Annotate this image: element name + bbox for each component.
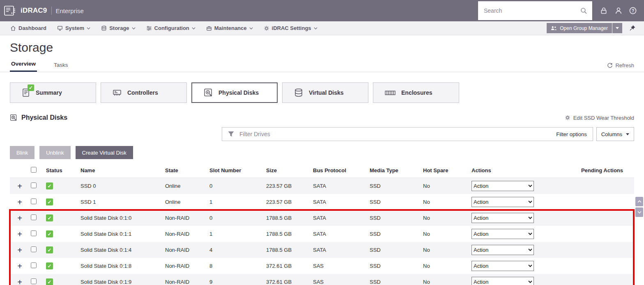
disk-bus-protocol: SAS — [308, 279, 365, 285]
expand-row-button[interactable]: + — [14, 278, 22, 285]
expand-row-button[interactable]: + — [14, 214, 22, 222]
col-state: State — [160, 167, 205, 173]
disk-size: 223.57 GB — [261, 199, 308, 205]
user-icon[interactable] — [615, 7, 622, 14]
table-row: + ✓ SSD 0 Online 0 223.57 GB SATA SSD No… — [10, 178, 634, 194]
disk-state: Non-RAID — [160, 247, 205, 253]
row-action-select[interactable]: Action — [472, 229, 534, 239]
row-checkbox[interactable] — [31, 214, 37, 220]
card-virtual-disks[interactable]: Virtual Disks — [282, 82, 368, 103]
storage-icon — [101, 25, 107, 31]
brand-edition: Enterprise — [56, 7, 84, 14]
gear-icon — [565, 115, 570, 121]
search-input[interactable] — [483, 7, 580, 14]
disk-media-type: SSD — [365, 183, 418, 189]
card-physical-disks[interactable]: Physical Disks — [191, 82, 278, 103]
filter-drives-input[interactable] — [239, 130, 552, 138]
table-header-row: Status Name State Slot Number Size Bus P… — [10, 163, 634, 178]
tab-tasks[interactable]: Tasks — [53, 62, 69, 72]
disk-bus-protocol: SATA — [308, 231, 365, 237]
open-group-manager-caret[interactable] — [612, 23, 622, 33]
disk-slot: 8 — [205, 263, 261, 269]
row-checkbox[interactable] — [31, 182, 37, 188]
chevron-down-icon — [132, 27, 136, 30]
caret-down-icon — [616, 27, 619, 29]
scroll-up-button[interactable] — [635, 197, 643, 206]
filter-row: Filter options Columns — [10, 127, 634, 141]
nav-item-storage[interactable]: Storage — [101, 25, 135, 31]
funnel-icon — [228, 131, 234, 137]
disk-name: Solid State Disk 0:1:1 — [76, 231, 160, 237]
nav-item-maintenance[interactable]: Maintenance — [206, 25, 253, 31]
nav-item-system[interactable]: System — [57, 25, 90, 31]
refresh-button[interactable]: Refresh — [607, 62, 634, 72]
expand-row-button[interactable]: + — [14, 230, 22, 238]
disk-name: Solid State Disk 0:1:4 — [76, 247, 160, 253]
top-bar: iDRAC9 Enterprise ? — [0, 0, 644, 21]
status-ok-icon: ✓ — [46, 198, 53, 205]
row-action-select[interactable]: Action — [472, 213, 534, 223]
section-title: Physical Disks — [21, 114, 67, 121]
lock-icon[interactable] — [600, 7, 607, 14]
row-action-select[interactable]: Action — [472, 197, 534, 207]
card-summary[interactable]: ✓ Summary — [10, 82, 96, 103]
scroll-down-button[interactable] — [635, 207, 643, 217]
row-checkbox[interactable] — [31, 278, 37, 284]
row-checkbox[interactable] — [31, 198, 37, 204]
col-name: Name — [76, 167, 160, 173]
row-action-select[interactable]: Action — [472, 261, 534, 271]
nav-item-idrac-settings[interactable]: iDRAC Settings — [264, 25, 317, 31]
nav-right-group: Open Group Manager — [547, 23, 639, 33]
disk-hot-spare: No — [418, 215, 467, 221]
nav-item-dashboard[interactable]: Dashboard — [10, 25, 46, 31]
create-virtual-disk-button[interactable]: Create Virtual Disk — [76, 146, 133, 159]
global-search — [478, 1, 592, 20]
row-checkbox[interactable] — [31, 230, 37, 236]
col-actions: Actions — [467, 167, 570, 173]
tab-overview[interactable]: Overview — [10, 61, 37, 72]
pin-icon[interactable] — [629, 25, 636, 32]
col-status: Status — [41, 167, 76, 173]
status-ok-icon: ✓ — [46, 230, 53, 237]
table-row: + ✓ Solid State Disk 0:1:1 Non-RAID 1 17… — [10, 226, 634, 242]
storage-subsection-cards: ✓ Summary Controllers Physical Disks Vir… — [10, 82, 634, 103]
row-checkbox[interactable] — [31, 246, 37, 252]
disk-hot-spare: No — [418, 199, 467, 205]
topbar-icon-group: ? — [592, 1, 644, 20]
card-enclosures[interactable]: Enclosures — [373, 82, 459, 103]
blink-button[interactable]: Blink — [10, 146, 34, 159]
open-group-manager-button[interactable]: Open Group Manager — [547, 23, 612, 33]
disk-bus-protocol: SATA — [308, 247, 365, 253]
edit-ssd-wear-threshold-link[interactable]: Edit SSD Wear Threshold — [565, 115, 634, 121]
row-action-select[interactable]: Action — [472, 245, 534, 255]
select-all-checkbox[interactable] — [31, 167, 37, 173]
expand-row-button[interactable]: + — [14, 246, 22, 254]
unblink-button[interactable]: Unblink — [39, 146, 70, 159]
disk-state: Non-RAID — [160, 279, 205, 285]
expand-row-button[interactable]: + — [14, 262, 22, 270]
disk-hot-spare: No — [418, 263, 467, 269]
disk-hot-spare: No — [418, 247, 467, 253]
columns-dropdown-button[interactable]: Columns — [596, 127, 634, 141]
expand-row-button[interactable]: + — [14, 182, 22, 190]
disk-bus-protocol: SATA — [308, 215, 365, 221]
status-ok-icon: ✓ — [46, 278, 53, 285]
row-checkbox[interactable] — [31, 262, 37, 268]
disk-bus-protocol: SATA — [308, 199, 365, 205]
search-icon[interactable] — [580, 7, 587, 14]
disk-slot: 0 — [205, 183, 261, 189]
filter-drives-box: Filter options — [222, 127, 593, 141]
expand-row-button[interactable]: + — [14, 198, 22, 206]
disk-hot-spare: No — [418, 231, 467, 237]
help-icon[interactable]: ? — [629, 7, 637, 14]
row-action-select[interactable]: Action — [472, 277, 534, 285]
row-action-select[interactable]: Action — [472, 181, 534, 191]
nav-item-configuration[interactable]: Configuration — [146, 25, 196, 31]
select-all-cell — [26, 167, 41, 174]
disk-bus-protocol: SAS — [308, 263, 365, 269]
disk-media-type: SSD — [365, 279, 418, 285]
disk-slot: 1 — [205, 231, 261, 237]
filter-options-link[interactable]: Filter options — [556, 131, 586, 137]
card-controllers[interactable]: Controllers — [101, 82, 187, 103]
table-row: + ✓ Solid State Disk 0:1:8 Non-RAID 8 37… — [10, 258, 634, 274]
